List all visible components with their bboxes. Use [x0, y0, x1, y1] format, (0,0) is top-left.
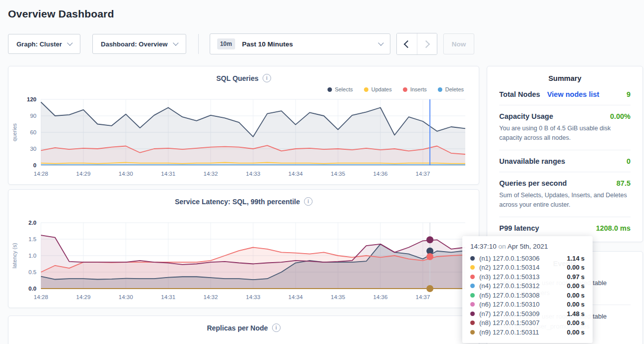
- latency-chart[interactable]: 14:2814:2914:3014:3114:3214:3314:3414:35…: [9, 220, 478, 304]
- x-axis-tick: 14:33: [246, 294, 261, 300]
- tooltip-unit: s: [581, 292, 585, 299]
- tooltip-row: (n9) 127.0.0.1:503110.00s: [470, 328, 585, 337]
- summary-value: 1208.0 ms: [596, 224, 631, 232]
- time-range-badge: 10m: [217, 38, 235, 49]
- chart-header: Service Latency: SQL, 99th percentilei: [8, 190, 479, 208]
- tooltip-row: (n2) 127.0.0.1:503140.00s: [470, 263, 585, 273]
- tooltip-value: 0.97: [567, 273, 579, 281]
- legend-label: Deletes: [445, 86, 464, 92]
- time-step-buttons: [396, 33, 437, 55]
- tooltip-unit: s: [581, 301, 585, 308]
- time-range-dropdown[interactable]: 10m Past 10 Minutes: [210, 33, 390, 54]
- latency-panel: Service Latency: SQL, 99th percentilei 1…: [8, 189, 479, 308]
- chevron-down-icon: [173, 40, 178, 45]
- graph-dropdown-label: Graph: Cluster: [16, 40, 62, 48]
- tooltip-value: 0.00: [567, 301, 579, 308]
- chart-title: SQL Queries: [216, 74, 259, 82]
- x-axis-tick: 14:31: [161, 171, 176, 177]
- summary-row-queries-per-second: Queries per second87.5Sum of Selects, Up…: [499, 172, 631, 217]
- series-color-dot: [470, 284, 475, 288]
- tooltip-node-label: (n1) 127.0.0.1:50306: [479, 255, 565, 262]
- summary-title: Summary: [499, 74, 631, 82]
- x-axis-tick: 14:36: [373, 294, 388, 300]
- dashboard-dropdown[interactable]: Dashboard: Overview: [92, 34, 186, 54]
- tooltip-unit: s: [581, 319, 585, 327]
- summary-description: Sum of Selects, Updates, Inserts, and De…: [499, 191, 631, 210]
- chevron-right-icon: [422, 40, 430, 48]
- summary-label: Total Nodes: [499, 90, 540, 98]
- y-axis-tick: 120: [27, 96, 36, 102]
- summary-value: 9: [627, 90, 631, 98]
- x-axis-tick: 14:35: [331, 294, 345, 300]
- x-axis-tick: 14:34: [289, 171, 303, 177]
- y-axis-tick: 60: [30, 129, 36, 135]
- dashboard-dropdown-label: Dashboard: Overview: [101, 40, 168, 48]
- legend-dot: [438, 87, 442, 92]
- chevron-down-icon: [378, 40, 383, 45]
- info-icon[interactable]: i: [304, 197, 313, 206]
- time-range-label: Past 10 Minutes: [242, 40, 373, 48]
- y-axis-tick: 90: [30, 113, 36, 119]
- tooltip-node-label: (n8) 127.0.0.1:50307: [479, 319, 565, 327]
- summary-value: 0: [627, 157, 631, 165]
- y-axis-tick: 0.0: [28, 286, 36, 292]
- series-color-dot: [470, 256, 475, 261]
- crosshair-dot: [426, 285, 433, 292]
- tooltip-rows: (n1) 127.0.0.1:503061.14s(n2) 127.0.0.1:…: [470, 254, 585, 337]
- summary-panel: Summary Total NodesView nodes list9Capac…: [487, 66, 643, 242]
- x-axis-tick: 14:35: [331, 171, 345, 177]
- x-axis-tick: 14:36: [373, 171, 388, 177]
- summary-rows: Total NodesView nodes list9Capacity Usag…: [499, 83, 631, 239]
- view-nodes-list-link[interactable]: View nodes list: [547, 90, 600, 98]
- info-icon[interactable]: i: [263, 74, 271, 82]
- x-axis-tick: 14:29: [76, 171, 91, 177]
- tooltip-unit: s: [581, 329, 585, 336]
- legend-label: Updates: [371, 86, 392, 92]
- chevron-down-icon: [67, 40, 72, 45]
- tooltip-unit: s: [581, 282, 585, 290]
- tooltip-value: 0.00: [567, 329, 579, 336]
- tooltip-unit: s: [581, 264, 585, 271]
- x-axis-tick: 14:28: [34, 171, 48, 177]
- x-axis-tick: 14:29: [76, 294, 91, 300]
- summary-label: Queries per second: [499, 179, 567, 187]
- chevron-left-icon: [404, 40, 412, 48]
- x-axis-tick: 14:30: [119, 171, 133, 177]
- sql-queries-chart[interactable]: 14:2814:2914:3014:3114:3214:3314:3414:35…: [9, 96, 478, 180]
- graph-dropdown[interactable]: Graph: Cluster: [8, 34, 80, 54]
- legend-dot: [364, 87, 368, 92]
- summary-row-total-nodes: Total NodesView nodes list9: [499, 83, 631, 105]
- series-color-dot: [470, 302, 475, 307]
- tooltip-on-word: on: [498, 243, 506, 250]
- info-icon[interactable]: i: [272, 324, 281, 332]
- legend-label: Selects: [335, 86, 353, 92]
- tooltip-timestamp: 14:37:10 on Apr 5th, 2021: [470, 243, 585, 250]
- tooltip-node-label: (n2) 127.0.0.1:50314: [479, 264, 565, 271]
- tooltip-value: 0.00: [567, 292, 579, 299]
- summary-row-capacity-usage: Capacity Usage0.00%You are using 0 B of …: [499, 105, 631, 150]
- series-color-dot: [470, 312, 475, 316]
- chart-header: SQL Queriesi: [8, 66, 479, 84]
- x-axis-tick: 14:37: [416, 294, 430, 300]
- summary-label: P99 latency: [499, 224, 539, 232]
- tooltip-node-label: (n7) 127.0.0.1:50309: [479, 310, 565, 318]
- tooltip-node-label: (n9) 127.0.0.1:50311: [479, 329, 565, 336]
- page-title: Overview Dashboard: [8, 8, 644, 20]
- x-axis-tick: 14:32: [204, 171, 218, 177]
- overview-dashboard-page: Overview Dashboard Graph: Cluster Dashbo…: [0, 8, 644, 20]
- summary-label: Unavailable ranges: [499, 157, 565, 165]
- now-button[interactable]: Now: [443, 33, 475, 54]
- tooltip-value: 1.48: [567, 310, 579, 318]
- prev-range-button[interactable]: [397, 33, 417, 54]
- tooltip-value: 0.00: [567, 319, 579, 327]
- y-axis-tick: 1.5: [28, 236, 36, 242]
- x-axis-tick: 14:37: [416, 171, 430, 177]
- tooltip-node-label: (n5) 127.0.0.1:50308: [479, 292, 565, 299]
- summary-value: 87.5: [617, 179, 631, 187]
- legend-item-deletes: Deletes: [438, 86, 464, 92]
- tooltip-value: 0.00: [567, 282, 579, 290]
- chart-header: Replicas per Nodei: [8, 316, 479, 334]
- next-range-button[interactable]: [417, 33, 437, 54]
- y-axis-tick: 0.5: [28, 269, 36, 275]
- crosshair-dot: [426, 253, 433, 260]
